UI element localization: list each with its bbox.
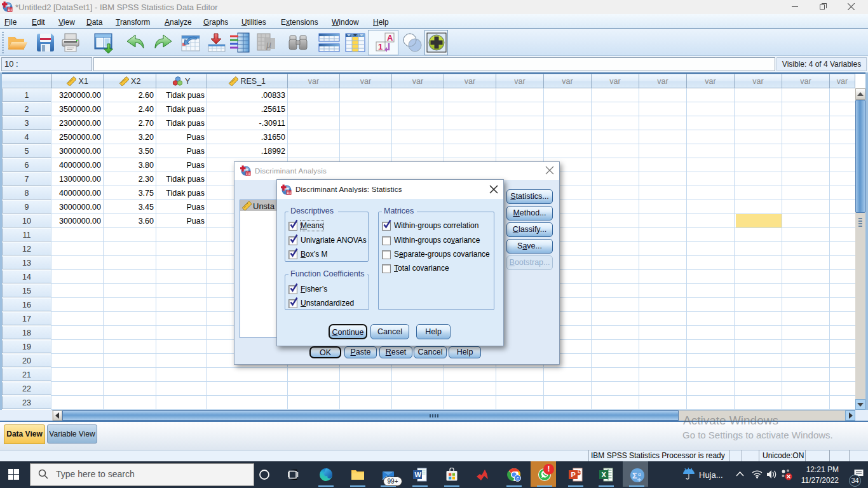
svg-text:A: A [387,33,393,43]
svg-text:1: 1 [378,42,383,51]
svg-text:W: W [415,471,422,478]
svg-text:X: X [602,471,607,478]
svg-text:Σ: Σ [632,471,637,480]
svg-text:α: α [638,471,641,477]
svg-text:μ: μ [266,39,271,50]
svg-text:P: P [571,471,576,478]
